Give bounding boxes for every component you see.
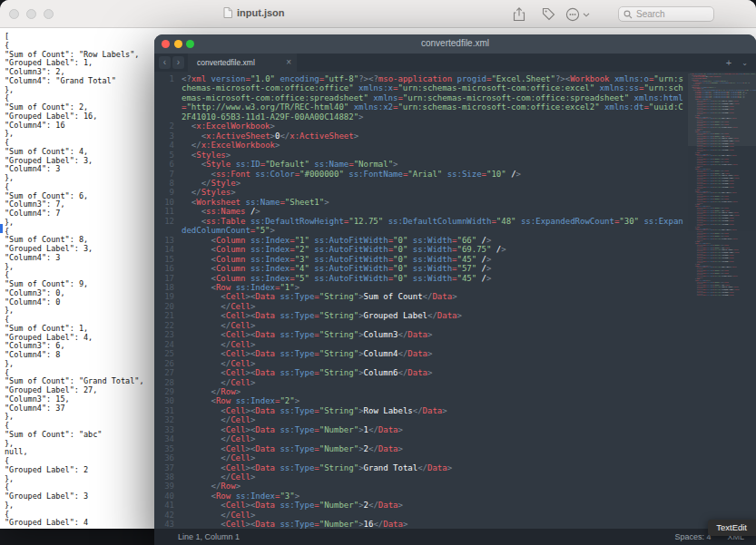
line-number: 25 — [154, 349, 182, 358]
code-line[interactable]: 1<?xml version="1.0" encoding="utf-8"?><… — [154, 74, 688, 122]
code-line[interactable]: 35 <Cell><Data ss:Type="Number">2</Data> — [154, 444, 688, 453]
code-line[interactable]: 37 <Cell><Data ss:Type="String">Grand To… — [154, 463, 688, 472]
tab-bar: ‹ › convertedfile.xml × + ⌄ — [154, 54, 756, 72]
code-text: </Cell> — [182, 453, 688, 462]
line-number: 18 — [154, 283, 182, 292]
code-line[interactable]: 30 <Row ss:Index="2"> — [154, 396, 688, 405]
code-line[interactable]: 23 <Cell><Data ss:Type="String">Column3<… — [154, 330, 688, 339]
code-line[interactable]: 16 <Column ss:Index="4" ss:AutoFitWidth=… — [154, 264, 688, 273]
code-line[interactable]: 29 </Row> — [154, 387, 688, 396]
code-text: <Column ss:Index="1" ss:AutoFitWidth="0"… — [182, 236, 688, 245]
line-number: 17 — [154, 274, 182, 283]
search-input[interactable] — [636, 9, 709, 19]
code-line[interactable]: 36 </Cell> — [154, 453, 688, 462]
code-line[interactable]: 2 <x:ExcelWorkbook> — [154, 122, 688, 131]
editor-titlebar[interactable]: convertedfile.xml — [154, 34, 756, 54]
code-line[interactable]: 31 <Cell><Data ss:Type="String">Row Labe… — [154, 406, 688, 415]
code-line[interactable]: 43 <Cell><Data ss:Type="Number">16</Data… — [154, 520, 688, 529]
code-line[interactable]: 22 </Cell> — [154, 321, 688, 330]
code-text: <Cell><Data ss:Type="String">Grouped Lab… — [182, 311, 688, 320]
code-line[interactable]: 21 <Cell><Data ss:Type="String">Grouped … — [154, 311, 688, 320]
code-text: <Style ss:ID="Default" ss:Name="Normal"> — [182, 160, 688, 169]
minimize-button[interactable] — [26, 9, 36, 19]
new-tab-icon[interactable]: + — [726, 57, 731, 68]
code-line[interactable]: 38 </Cell> — [154, 472, 688, 482]
code-lines[interactable]: 1<?xml version="1.0" encoding="utf-8"?><… — [154, 72, 688, 529]
textedit-traffic-lights — [9, 9, 54, 19]
line-number: 38 — [154, 472, 182, 482]
line-number: 12 — [154, 217, 182, 236]
code-line[interactable]: 42 </Cell> — [154, 511, 688, 520]
editor-window: convertedfile.xml ‹ › convertedfile.xml … — [154, 34, 756, 545]
code-text: <x:ExcelWorkbook> — [182, 122, 688, 131]
code-line[interactable]: 7 <ss:Font ss:Color="#000000" ss:FontNam… — [154, 170, 688, 179]
code-line[interactable]: 10 <Worksheet ss:Name="Sheet1"> — [154, 198, 688, 207]
line-number: 6 — [154, 160, 182, 169]
nav-back-icon[interactable]: ‹ — [159, 56, 171, 69]
code-text: </Cell> — [182, 302, 688, 311]
code-line[interactable]: 34 </Cell> — [154, 434, 688, 443]
code-line[interactable]: 28 </Cell> — [154, 378, 688, 387]
code-text: <ss:Font ss:Color="#000000" ss:FontName=… — [182, 170, 688, 179]
line-number: 9 — [154, 188, 182, 197]
minimap-viewport[interactable] — [688, 73, 756, 146]
code-line[interactable]: 25 <Cell><Data ss:Type="String">Column4<… — [154, 349, 688, 358]
close-button[interactable] — [9, 9, 19, 19]
tab-overflow-icon[interactable]: ⌄ — [741, 59, 748, 67]
document-proxy-icon[interactable] — [223, 7, 232, 18]
code-line[interactable]: 41 <Cell><Data ss:Type="Number">2</Data> — [154, 501, 688, 510]
code-line[interactable]: 17 <Column ss:Index="5" ss:AutoFitWidth=… — [154, 274, 688, 283]
code-line[interactable]: 15 <Column ss:Index="3" ss:AutoFitWidth=… — [154, 255, 688, 264]
editor-window-title: convertedfile.xml — [154, 38, 756, 48]
textedit-window-title: input.json — [237, 7, 285, 18]
nav-forward-icon[interactable]: › — [172, 56, 184, 69]
code-line[interactable]: 19 <Cell><Data ss:Type="String">Sum of C… — [154, 292, 688, 301]
tab-convertedfile-xml[interactable]: convertedfile.xml × — [188, 54, 297, 72]
code-line[interactable]: 18 <Row ss:Index="1"> — [154, 283, 688, 292]
code-line[interactable]: 39 </Row> — [154, 482, 688, 491]
code-text: <Cell><Data ss:Type="Number">2</Data> — [182, 444, 688, 453]
zoom-button[interactable] — [44, 9, 54, 19]
code-text: </x:ExcelWorkbook> — [182, 141, 688, 150]
code-text: <Cell><Data ss:Type="String">Column6</Da… — [182, 368, 688, 377]
line-number: 23 — [154, 330, 182, 339]
code-line[interactable]: 12 <ss:Table ss:DefaultRowHeight="12.75"… — [154, 217, 688, 236]
code-line[interactable]: 8 </Style> — [154, 179, 688, 188]
share-icon[interactable] — [513, 7, 525, 22]
code-text: <Row ss:Index="2"> — [182, 396, 688, 405]
line-number: 26 — [154, 359, 182, 368]
code-line[interactable]: 14 <Column ss:Index="2" ss:AutoFitWidth=… — [154, 245, 688, 254]
search-field[interactable] — [618, 6, 714, 22]
code-line[interactable]: 9 </Styles> — [154, 188, 688, 197]
tab-bar-actions: + ⌄ — [726, 54, 756, 72]
line-number: 22 — [154, 321, 182, 330]
code-line[interactable]: 33 <Cell><Data ss:Type="Number">1</Data> — [154, 425, 688, 434]
tab-close-icon[interactable]: × — [286, 58, 291, 67]
line-number: 11 — [154, 207, 182, 216]
code-line[interactable]: 27 <Cell><Data ss:Type="String">Column6<… — [154, 368, 688, 377]
code-line[interactable]: 40 <Row ss:Index="3"> — [154, 491, 688, 501]
code-line[interactable]: 3 <x:ActiveSheet>0</x:ActiveSheet> — [154, 131, 688, 141]
code-line[interactable]: 20 </Cell> — [154, 302, 688, 311]
code-line[interactable]: 4 </x:ExcelWorkbook> — [154, 141, 688, 150]
minimap[interactable]: <?xml version="1.0" encoding="utf-8"?><?… — [688, 72, 756, 529]
code-text: </Cell> — [182, 359, 688, 368]
code-line[interactable]: 26 </Cell> — [154, 359, 688, 368]
code-line[interactable]: 11 <ss:Names /> — [154, 207, 688, 216]
line-number: 37 — [154, 463, 182, 472]
code-line[interactable]: 6 <Style ss:ID="Default" ss:Name="Normal… — [154, 160, 688, 169]
textedit-titlebar[interactable]: input.json — [0, 0, 756, 28]
line-number: 2 — [154, 122, 182, 131]
code-line[interactable]: 13 <Column ss:Index="1" ss:AutoFitWidth=… — [154, 236, 688, 245]
code-line[interactable]: 5 <Styles> — [154, 151, 688, 160]
code-text: <Row ss:Index="3"> — [182, 491, 688, 501]
indent-setting[interactable]: Spaces: 4 — [674, 532, 711, 541]
line-number: 35 — [154, 444, 182, 453]
code-line[interactable]: 24 </Cell> — [154, 340, 688, 349]
more-options-icon[interactable] — [565, 7, 591, 22]
code-text: <?xml version="1.0" encoding="utf-8"?><?… — [182, 74, 688, 122]
code-line[interactable]: 32 </Cell> — [154, 415, 688, 424]
line-number: 1 — [154, 74, 182, 122]
tag-icon[interactable] — [542, 7, 555, 21]
code-text: <Cell><Data ss:Type="Number">2</Data> — [182, 501, 688, 510]
